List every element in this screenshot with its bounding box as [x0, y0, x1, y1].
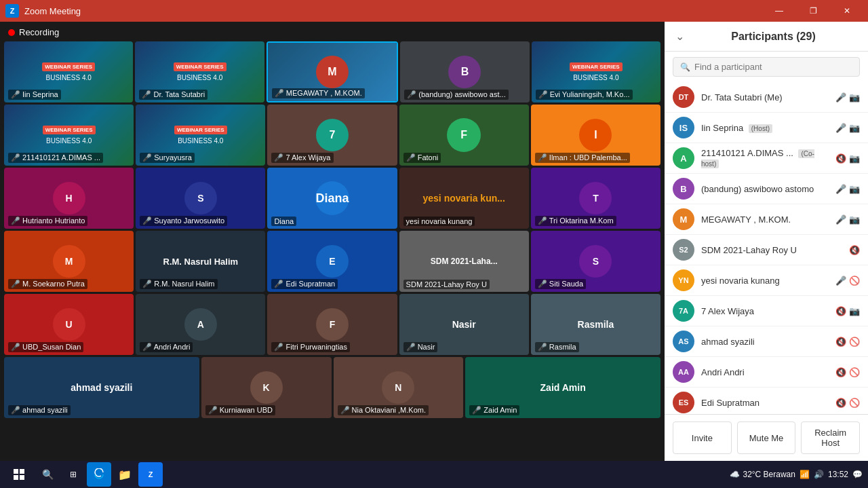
tile-nia[interactable]: N 🎤 Nia Oktaviani ,M.Kom. — [334, 357, 464, 418]
tile-aswibowo[interactable]: B 🎤 (bandung) aswibowo ast... — [400, 41, 529, 102]
tile-tri-oktarina[interactable]: T 🎤 Tri Oktarina M.Kom — [531, 168, 660, 229]
avatar-edi: ES — [673, 392, 694, 413]
tile-andri[interactable]: A 🎤 Andri Andri — [136, 294, 265, 355]
close-button[interactable]: ✕ — [831, 0, 863, 22]
cam-icon: 📷 — [849, 123, 860, 133]
participants-panel: ⌄ Participants (29) 🔍 DT Dr. Tata Sutabr… — [665, 22, 868, 461]
tile-soekarno[interactable]: M 🎤 M. Soekarno Putra — [4, 231, 134, 292]
tile-edi-supratman[interactable]: E 🎤 Edi Supratman — [267, 231, 397, 292]
weather-icon: ☁️ — [730, 470, 740, 479]
mute-me-button[interactable]: Mute Me — [737, 421, 796, 454]
grid-row-1: WEBINAR SERIESBUSINESS 4.0 🎤 Iin Seprina… — [4, 41, 660, 102]
collapse-button[interactable]: ⌄ — [675, 30, 684, 43]
weather-widget: ☁️ 32°C Berawan — [730, 470, 795, 479]
mic-icon: 🎤 — [835, 184, 846, 194]
participant-item-edi[interactable]: ES Edi Supratman 🔇 🚫 — [665, 388, 868, 414]
taskview-icon[interactable]: ⊞ — [61, 462, 85, 487]
mic-muted-icon: 🔇 — [835, 367, 846, 377]
participant-item-dr-tata[interactable]: DT Dr. Tata Sutabri (Me) 🎤 📷 — [665, 82, 868, 113]
search-taskbar-icon[interactable]: 🔍 — [35, 462, 60, 487]
mic-icon: 🎤 — [835, 214, 846, 225]
participant-icons-edi: 🔇 🚫 — [835, 398, 860, 408]
svg-rect-3 — [20, 475, 24, 480]
tile-ilman[interactable]: I 🎤 Ilman : UBD Palembа... — [531, 105, 660, 166]
title-bar-controls[interactable]: — ❐ ✕ — [764, 0, 863, 22]
weather-text: 32°C Berawan — [743, 470, 795, 479]
tile-zaid-amin[interactable]: Zaid Amin 🎤 Zaid Amin — [465, 357, 660, 418]
cam-muted-icon: 🚫 — [849, 398, 860, 408]
avatar-iin: IS — [673, 117, 694, 138]
title-bar-left: Z Zoom Meeting — [5, 4, 81, 18]
search-input[interactable] — [694, 62, 852, 72]
participant-item-ahmad[interactable]: AS ahmad syazili 🔇 🚫 — [665, 326, 868, 357]
avatar-7alex: 7A — [673, 300, 694, 322]
video-grid-container: Recording WEBINAR SERIESBUSINESS 4.0 🎤 I… — [0, 22, 665, 461]
taskbar: 🔍 ⊞ 📁 Z ☁️ 32°C Berawan 📶 🔊 13:52 💬 — [0, 461, 868, 488]
avatar-sdm2021: S2 — [673, 239, 694, 261]
participant-name-7alex: 7 Alex Wijaya — [701, 306, 829, 316]
tile-fatoni[interactable]: F 🎤 Fatoni — [399, 105, 529, 166]
minimize-button[interactable]: — — [764, 0, 795, 22]
participant-icons-ahmad: 🔇 🚫 — [835, 337, 860, 347]
invite-button[interactable]: Invite — [673, 421, 732, 454]
tile-rasmila[interactable]: Rasmila 🎤 Rasmila — [531, 294, 660, 355]
participant-item-7alex[interactable]: 7A 7 Alex Wijaya 🔇 📷 — [665, 296, 868, 326]
participant-item-yesi[interactable]: YN yesi novaria kunang 🎤 🚫 — [665, 265, 868, 296]
restore-button[interactable]: ❐ — [797, 0, 829, 22]
participant-name-megawaty: MEGAWATY , M.KOM. — [701, 214, 829, 225]
mic-muted-icon: 🔇 — [835, 337, 846, 347]
mic-muted-icon: 🔇 — [835, 153, 846, 164]
speaking-icon: 🎤 — [835, 123, 846, 133]
tile-siti-sauda[interactable]: S 🎤 Siti Sauda — [531, 231, 660, 292]
participant-name-iin: Iin Seprina (Host) — [701, 123, 829, 133]
mic-muted-icon: 🔇 — [835, 306, 846, 316]
tile-dr-tata[interactable]: WEBINAR SERIESBUSINESS 4.0 🎤 Dr. Tata Su… — [135, 41, 264, 102]
participant-item-iin[interactable]: IS Iin Seprina (Host) 🎤 📷 — [665, 113, 868, 143]
edge-icon[interactable] — [87, 462, 111, 487]
tile-nasir[interactable]: Nasir 🎤 Nasir — [399, 294, 529, 355]
tile-iin-seprina[interactable]: WEBINAR SERIESBUSINESS 4.0 🎤 Iin Seprina — [4, 41, 133, 102]
cam-muted-icon: 🚫 — [849, 276, 860, 286]
participant-icons-sdm2021: 🔇 — [849, 245, 860, 255]
participant-icons-dr-tata: 🎤 📷 — [835, 92, 860, 102]
tile-nasrul-halim[interactable]: R.M. Nasrul Halim 🎤 R.M. Nasrul Halim — [136, 231, 265, 292]
participant-item-aswibowo[interactable]: B (bandung) aswibowo astomo 🎤 📷 — [665, 174, 868, 204]
notification-icon[interactable]: 💬 — [852, 470, 863, 479]
tile-susan-dian[interactable]: U 🎤 UBD_Susan Dian — [4, 294, 134, 355]
participant-icons-7alex: 🔇 📷 — [835, 306, 860, 316]
svg-rect-1 — [20, 469, 24, 474]
avatar-dr-tata: DT — [673, 86, 694, 108]
tile-suyanto[interactable]: S 🎤 Suyanto Jarwosuwito — [136, 168, 265, 229]
participant-name-ahmad: ahmad syazili — [701, 337, 829, 347]
start-button[interactable] — [5, 464, 33, 485]
participant-item-sdm2021[interactable]: S2 SDM 2021-Lahay Roy U 🔇 — [665, 235, 868, 265]
zoom-taskbar-icon[interactable]: Z — [138, 462, 163, 487]
participant-item-adimas[interactable]: A 211410121 A.DIMAS ... (Co-host) 🔇 📷 — [665, 143, 868, 174]
explorer-icon[interactable]: 📁 — [113, 462, 137, 487]
tile-suryayusra[interactable]: WEBINAR SERIESBUSINESS 4.0 🎤 Suryayusra — [136, 105, 265, 166]
tile-alex-wijaya[interactable]: 7 🎤 7 Alex Wijaya — [267, 105, 397, 166]
tile-sdm2021[interactable]: SDM 2021-Laha... SDM 2021-Lahay Roy U — [399, 231, 529, 292]
search-box[interactable]: 🔍 — [673, 57, 860, 77]
tile-kurniawan[interactable]: K 🎤 Kurniawan UBD — [201, 357, 332, 418]
tile-evi[interactable]: WEBINAR SERIESBUSINESS 4.0 🎤 Evi Yuliani… — [532, 41, 660, 102]
reclaim-host-button[interactable]: Reclaim Host — [801, 421, 860, 454]
participant-item-andri[interactable]: AA Andri Andri 🔇 🚫 — [665, 357, 868, 388]
cam-icon: 📷 — [849, 153, 860, 164]
tile-hutrianto[interactable]: H 🎤 Hutrianto Hutrianto — [4, 168, 134, 229]
tile-adimas[interactable]: WEBINAR SERIESBUSINESS 4.0 🎤 211410121 A… — [4, 105, 134, 166]
tile-megawaty[interactable]: M 🎤 MEGAWATY , M.KOM. — [267, 41, 398, 102]
tile-yesi[interactable]: yesi novaria kun... yesi novaria kunang — [399, 168, 529, 229]
svg-rect-2 — [14, 475, 18, 480]
participant-name-edi: Edi Supratman — [701, 398, 829, 408]
tile-ahmad-syazili[interactable]: ahmad syazili 🎤 ahmad syazili — [4, 357, 199, 418]
avatar-megawaty: M — [673, 208, 694, 230]
grid-row-5: U 🎤 UBD_Susan Dian A 🎤 Andri Andri F 🎤 F… — [4, 294, 660, 355]
participant-icons-andri: 🔇 🚫 — [835, 367, 860, 377]
tile-diana[interactable]: Diana Diana — [267, 168, 397, 229]
cam-muted-icon: 🚫 — [849, 337, 860, 347]
participant-item-megawaty[interactable]: M MEGAWATY , M.KOM. 🎤 📷 — [665, 204, 868, 235]
video-grid: WEBINAR SERIESBUSINESS 4.0 🎤 Iin Seprina… — [3, 40, 662, 419]
participant-name-sdm2021: SDM 2021-Lahay Roy U — [701, 245, 842, 255]
tile-fitri[interactable]: F 🎤 Fitri Purwaningtias — [267, 294, 397, 355]
